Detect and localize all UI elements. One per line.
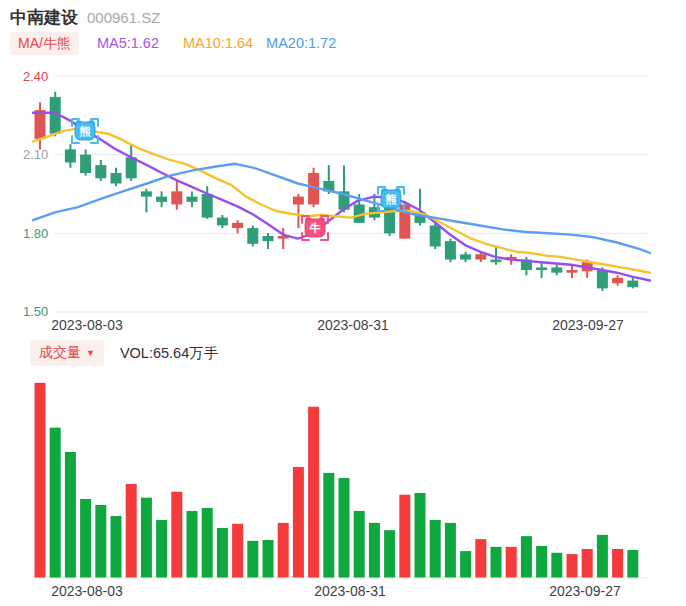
volume-bar[interactable] (263, 540, 274, 578)
candle[interactable] (612, 275, 623, 285)
volume-bar[interactable] (217, 528, 228, 578)
x-axis-date-label: 2023-08-03 (51, 583, 123, 599)
volume-bar[interactable] (415, 493, 426, 578)
volume-bar[interactable] (445, 523, 456, 578)
volume-bar[interactable] (247, 541, 258, 578)
volume-bar[interactable] (95, 505, 106, 578)
volume-bar[interactable] (65, 452, 76, 578)
volume-bar[interactable] (384, 530, 395, 578)
candle-body (111, 173, 122, 183)
volume-bar[interactable] (111, 516, 122, 578)
candle[interactable] (171, 181, 182, 210)
candle[interactable] (95, 160, 106, 181)
x-axis-date-label: 2023-09-27 (552, 317, 624, 333)
marker-glyph: 熊 (386, 193, 397, 206)
candle-body (171, 191, 182, 204)
candle-body (247, 228, 258, 244)
volume-bar[interactable] (475, 539, 486, 578)
volume-bar[interactable] (156, 520, 167, 578)
candle[interactable] (126, 144, 137, 181)
volume-value: VOL:65.64万手 (120, 344, 218, 363)
candle-body (217, 218, 228, 226)
candle-body (65, 149, 76, 162)
volume-bar[interactable] (430, 520, 441, 578)
marker-glyph: 牛 (309, 222, 321, 234)
volume-bar[interactable] (506, 547, 517, 578)
candle[interactable] (141, 189, 152, 213)
volume-bar[interactable] (80, 499, 91, 578)
volume-bar[interactable] (171, 492, 182, 578)
candle-body (95, 165, 106, 178)
candle-body (187, 197, 198, 202)
volume-bar[interactable] (460, 551, 471, 578)
candle[interactable] (156, 191, 167, 207)
candle-body (141, 191, 152, 196)
y-axis-tick: 1.50 (23, 304, 48, 319)
candle-body (597, 270, 608, 288)
volume-bar[interactable] (521, 536, 532, 578)
candle-body (536, 267, 547, 270)
y-axis-tick: 2.10 (23, 147, 48, 162)
candlestick-volume-chart[interactable]: 2.402.101.801.50熊牛熊2023-08-032023-08-312… (0, 0, 686, 606)
chevron-down-icon: ▼ (86, 349, 95, 358)
x-axis-date-label: 2023-08-31 (314, 583, 386, 599)
candle[interactable] (263, 233, 274, 249)
volume-bar[interactable] (491, 547, 502, 578)
stock-chart-app: 中南建设 000961.SZ MA/牛熊 MA5:1.62 MA10:1.64 … (0, 0, 686, 606)
volume-bar[interactable] (369, 523, 380, 578)
candle[interactable] (627, 278, 638, 288)
volume-bar[interactable] (293, 467, 304, 578)
candle-body (80, 155, 91, 173)
candle[interactable] (339, 165, 350, 212)
volume-bar[interactable] (597, 535, 608, 578)
candle-body (475, 254, 486, 259)
candle[interactable] (35, 102, 46, 149)
volume-bar[interactable] (278, 523, 289, 578)
volume-bar[interactable] (187, 511, 198, 578)
volume-bar[interactable] (627, 550, 638, 578)
volume-bar[interactable] (308, 407, 319, 578)
candle[interactable] (232, 220, 243, 233)
candle-body (35, 110, 46, 139)
bear-marker-icon[interactable]: 熊 (72, 119, 98, 143)
volume-bar[interactable] (612, 549, 623, 578)
volume-bar[interactable] (551, 553, 562, 578)
volume-header: 成交量 ▼ VOL:65.64万手 (30, 340, 218, 366)
volume-bar[interactable] (202, 508, 213, 578)
candle-body (567, 270, 578, 273)
candle[interactable] (247, 225, 258, 246)
volume-bar[interactable] (339, 478, 350, 578)
volume-dropdown-label: 成交量 (39, 344, 81, 362)
candle-body (460, 254, 471, 259)
candle-body (202, 194, 213, 218)
volume-bar[interactable] (536, 546, 547, 578)
volume-bar[interactable] (567, 554, 578, 578)
y-axis-tick: 1.80 (23, 226, 48, 241)
candle[interactable] (217, 215, 228, 228)
marker-glyph: 熊 (80, 125, 91, 138)
volume-dropdown[interactable]: 成交量 ▼ (30, 340, 104, 366)
candle[interactable] (187, 191, 198, 207)
candle[interactable] (111, 168, 122, 186)
candle-body (156, 197, 167, 202)
candle-body (445, 241, 456, 259)
x-axis-date-label: 2023-09-27 (549, 583, 621, 599)
volume-bar[interactable] (232, 524, 243, 578)
volume-bar[interactable] (126, 484, 137, 578)
volume-bar[interactable] (35, 383, 46, 578)
candle[interactable] (551, 265, 562, 275)
volume-bar[interactable] (399, 495, 410, 578)
candle[interactable] (80, 149, 91, 175)
volume-bar[interactable] (582, 549, 593, 578)
candle[interactable] (536, 262, 547, 278)
candle[interactable] (460, 252, 471, 262)
volume-bar[interactable] (141, 498, 152, 578)
y-axis-tick: 2.40 (23, 69, 48, 84)
x-axis-date-label: 2023-08-03 (51, 317, 123, 333)
volume-bar[interactable] (354, 511, 365, 578)
candle[interactable] (65, 144, 76, 168)
candle[interactable] (445, 239, 456, 263)
candle-body (430, 225, 441, 246)
volume-bar[interactable] (50, 428, 61, 578)
volume-bar[interactable] (323, 473, 334, 578)
